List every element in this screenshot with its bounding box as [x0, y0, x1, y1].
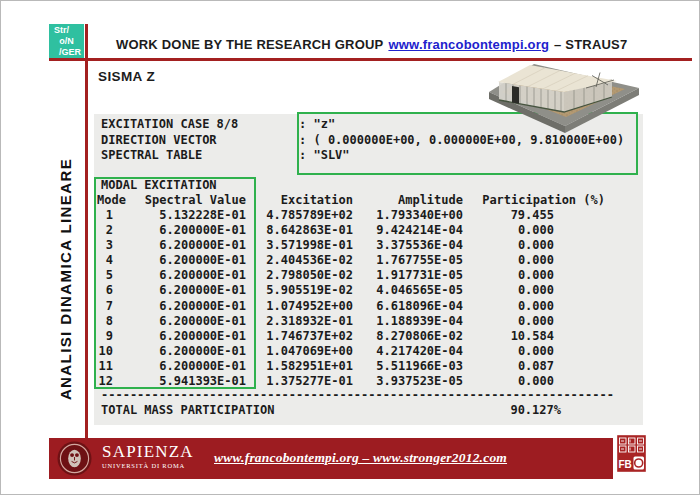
cell-mode: 4	[106, 253, 113, 267]
cell-participation: 10.584	[511, 329, 554, 343]
cell-spectral: 5.941393E-01	[159, 374, 246, 388]
case-info-label: DIRECTION VECTOR	[101, 133, 299, 149]
table-row: 1 5.132228E-01 4.785789E+02 1.793340E+00…	[95, 208, 605, 223]
table-row: 12 5.941393E-01 1.375277E-01 3.937523E-0…	[95, 374, 605, 389]
table-row: 7 6.200000E-01 1.074952E+00 6.618096E-04…	[95, 299, 605, 314]
cell-mode: 6	[106, 283, 113, 297]
column-header-amplitude: Amplitude	[398, 193, 463, 207]
total-mass-value: 90.127%	[510, 403, 561, 417]
page-title: SISMA Z	[98, 69, 155, 84]
cell-excitation: 2.318932E-01	[266, 314, 353, 328]
cell-excitation: 1.746737E+02	[266, 329, 353, 343]
building-3d-render	[486, 58, 646, 144]
cell-participation: 0.000	[518, 223, 554, 237]
footer-link[interactable]: www.francobontempi.org – www.stronger201…	[214, 450, 507, 466]
sapienza-name: SAPIENZA	[102, 443, 194, 461]
footer-bar: SAPIENZA UNIVERSITÀ DI ROMA www.francobo…	[49, 438, 613, 479]
table-separator: ----------------------------------------…	[101, 388, 614, 402]
table-row: 5 6.200000E-01 2.798050E-02 1.917731E-05…	[95, 268, 605, 283]
cell-participation: 0.000	[518, 268, 554, 282]
cell-excitation: 1.074952E+00	[266, 299, 353, 313]
cell-spectral: 6.200000E-01	[159, 283, 246, 297]
presentation-slide: Str/ o/N /GER WORK DONE BY THE RESEARCH …	[0, 0, 700, 495]
cell-mode: 9	[106, 329, 113, 343]
cell-amplitude: 6.618096E-04	[376, 299, 463, 313]
cell-participation: 0.087	[518, 359, 554, 373]
cell-amplitude: 3.375536E-04	[376, 238, 463, 252]
total-mass-label: TOTAL MASS PARTICIPATION	[101, 403, 274, 417]
table-row: 8 6.200000E-01 2.318932E-01 1.188939E-04…	[95, 314, 605, 329]
cell-spectral: 6.200000E-01	[159, 223, 246, 237]
cell-amplitude: 1.793340E+00	[376, 208, 463, 222]
cell-excitation: 2.798050E-02	[266, 268, 353, 282]
table-row: 10 6.200000E-01 1.047069E+00 4.217420E-0…	[95, 344, 605, 359]
cell-amplitude: 4.217420E-04	[376, 344, 463, 358]
stronger-logo-line: /GER	[49, 47, 84, 58]
sapienza-subtitle: UNIVERSITÀ DI ROMA	[102, 462, 194, 469]
case-info-label: SPECTRAL TABLE	[101, 148, 299, 164]
cell-excitation: 1.582951E+01	[266, 359, 353, 373]
sapienza-wordmark: SAPIENZA UNIVERSITÀ DI ROMA	[102, 443, 194, 469]
table-row: 11 6.200000E-01 1.582951E+01 5.511966E-0…	[95, 359, 605, 374]
cell-amplitude: 4.046565E-05	[376, 283, 463, 297]
cell-amplitude: 8.270806E-02	[376, 329, 463, 343]
cell-spectral: 6.200000E-01	[159, 329, 246, 343]
header-title: WORK DONE BY THE RESEARCH GROUP	[116, 37, 383, 52]
modal-table-rows: 1 5.132228E-01 4.785789E+02 1.793340E+00…	[95, 208, 605, 389]
cell-amplitude: 9.424214E-04	[376, 223, 463, 237]
table-row: 4 6.200000E-01 2.404536E-02 1.767755E-05…	[95, 253, 605, 268]
column-header-mode: Mode	[97, 193, 126, 207]
cell-participation: 0.000	[518, 374, 554, 388]
cell-mode: 5	[106, 268, 113, 282]
header-title-line: WORK DONE BY THE RESEARCH GROUPwww.franc…	[116, 37, 627, 52]
stronger-logo-line: Str/	[49, 25, 84, 36]
case-info-row: SPECTRAL TABLE: "SLV"	[101, 148, 624, 164]
cell-excitation: 4.785789E+02	[266, 208, 353, 222]
cell-participation: 0.000	[518, 314, 554, 328]
cell-spectral: 6.200000E-01	[159, 253, 246, 267]
stronger-logo: Str/ o/N /GER	[49, 24, 84, 59]
fb-seal-logo: FB	[616, 434, 647, 473]
header-link[interactable]: www.francobontempi.org	[388, 37, 549, 52]
stronger-logo-line: o/N	[49, 36, 84, 47]
cell-mode: 11	[99, 359, 113, 373]
cell-participation: 0.000	[518, 299, 554, 313]
cell-amplitude: 3.937523E-05	[376, 374, 463, 388]
side-label: ANALISI DINAMICA LINEARE	[57, 158, 74, 400]
modal-table-title: MODAL EXCITATION	[101, 178, 217, 192]
table-row: 9 6.200000E-01 1.746737E+02 8.270806E-02…	[95, 329, 605, 344]
table-row: 6 6.200000E-01 5.905519E-02 4.046565E-05…	[95, 283, 605, 298]
cell-mode: 7	[106, 299, 113, 313]
cell-excitation: 1.375277E-01	[266, 374, 353, 388]
cell-excitation: 2.404536E-02	[266, 253, 353, 267]
cell-amplitude: 1.188939E-04	[376, 314, 463, 328]
seal-fb-letters: FB	[619, 459, 632, 470]
cell-excitation: 5.905519E-02	[266, 283, 353, 297]
case-info-value: : "SLV"	[299, 148, 350, 162]
cell-spectral: 5.132228E-01	[159, 208, 246, 222]
cell-participation: 0.000	[518, 344, 554, 358]
column-header-participation: Participation (%)	[482, 193, 605, 207]
case-info-value: : "z"	[299, 117, 335, 131]
cell-participation: 0.000	[518, 283, 554, 297]
cell-spectral: 6.200000E-01	[159, 268, 246, 282]
door	[512, 86, 519, 104]
column-header-spectral: Spectral Value	[145, 193, 246, 207]
cell-spectral: 6.200000E-01	[159, 238, 246, 252]
cell-spectral: 6.200000E-01	[159, 299, 246, 313]
cell-mode: 8	[106, 314, 113, 328]
cell-spectral: 6.200000E-01	[159, 344, 246, 358]
column-header-excitation: Excitation	[281, 193, 353, 207]
cell-mode: 3	[106, 238, 113, 252]
cell-amplitude: 1.917731E-05	[376, 268, 463, 282]
sapienza-logo	[57, 441, 92, 476]
cell-participation: 0.000	[518, 238, 554, 252]
cell-mode: 2	[106, 223, 113, 237]
total-row: TOTAL MASS PARTICIPATION 90.127%	[95, 403, 605, 418]
modal-table-header: Mode Spectral Value Excitation Amplitude…	[95, 193, 605, 208]
cell-spectral: 6.200000E-01	[159, 359, 246, 373]
cell-amplitude: 1.767755E-05	[376, 253, 463, 267]
table-row: 2 6.200000E-01 8.642863E-01 9.424214E-04…	[95, 223, 605, 238]
cell-amplitude: 5.511966E-03	[376, 359, 463, 373]
table-row: 3 6.200000E-01 3.571998E-01 3.375536E-04…	[95, 238, 605, 253]
